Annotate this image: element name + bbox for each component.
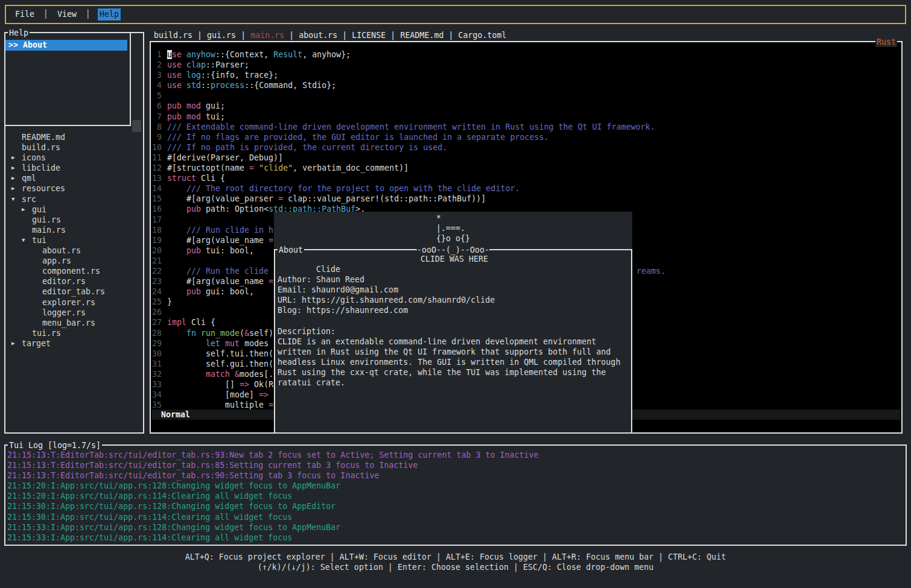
code-token: modes	[240, 339, 268, 348]
log-entry: 21:15:13:T:EditorTab:src/tui/editor_tab.…	[7, 450, 904, 460]
file-tree-label: build.rs	[22, 142, 60, 153]
code-token: pub	[186, 204, 201, 213]
text-cursor: u	[167, 50, 172, 59]
file-tree-item[interactable]: explorer.rs	[5, 297, 142, 308]
file-tree-item[interactable]: gui.rs	[5, 215, 142, 225]
chevron-right-icon[interactable]: ▶	[11, 338, 22, 349]
log-entry: 21:15:30:I:App:src/tui/app.rs:128:Changi…	[7, 501, 904, 511]
file-tree-label: tui	[32, 235, 46, 245]
chevron-right-icon[interactable]: ▶	[11, 183, 22, 194]
tab-build-rs[interactable]: build.rs	[154, 31, 192, 40]
chevron-right-icon[interactable]: ▶	[11, 153, 22, 163]
line-number: 16	[152, 204, 162, 214]
code-text: /// Run the clide reams.	[167, 266, 273, 276]
line-number: 1	[152, 49, 162, 60]
tab-license[interactable]: LICENSE	[352, 31, 386, 40]
code-line: 9/// If no flags are provided, the GUI e…	[152, 132, 900, 142]
log-entry: 21:15:20:I:App:src/tui/app.rs:114:Cleari…	[7, 491, 904, 501]
code-token: use	[167, 71, 182, 80]
file-tree-item[interactable]: menu_bar.rs	[5, 318, 142, 328]
file-tree-item[interactable]: editor_tab.rs	[5, 286, 142, 297]
file-tree-item[interactable]: ▶resources	[5, 183, 142, 194]
chevron-down-icon[interactable]: ▼	[11, 194, 22, 204]
code-token: pub	[186, 287, 201, 296]
about-text-line: Rust using the cxx-qt crate, while the T…	[278, 367, 631, 378]
line-number: 35	[152, 400, 162, 410]
chevron-down-icon[interactable]: ▼	[22, 235, 32, 245]
file-tree-item[interactable]: editor.rs	[5, 276, 142, 286]
file-tree-item[interactable]: main.rs	[5, 225, 142, 235]
file-tree-item[interactable]: about.rs	[5, 245, 142, 256]
code-text: self.gui.then(	[167, 359, 273, 369]
tab-about-rs[interactable]: about.rs	[299, 31, 337, 40]
tab-gui-rs[interactable]: gui.rs	[207, 31, 236, 40]
code-text: impl Cli {	[167, 317, 215, 327]
code-token	[182, 50, 186, 59]
file-tree-item[interactable]: app.rs	[5, 256, 142, 266]
dropdown-item-about[interactable]: >> About	[5, 40, 127, 51]
code-token: #[structopt(name	[167, 163, 249, 172]
code-token: ::{Context,	[215, 50, 273, 59]
file-tree-item[interactable]: tui.rs	[5, 328, 142, 338]
line-number: 13	[152, 173, 162, 183]
code-token: #[arg(value_name	[167, 277, 268, 286]
tui-log-panel[interactable]: Tui Log [log=1.7/s] 21:15:13:T:EditorTab…	[4, 444, 907, 546]
code-text: #[derive(Parser, Debug)]	[167, 153, 283, 163]
code-text: /// The root directory for the project t…	[167, 183, 519, 194]
tab-readme-md[interactable]: README.md	[400, 31, 443, 40]
file-tree-item[interactable]: ▶target	[5, 338, 142, 349]
code-text: [mode] =>	[167, 390, 268, 400]
code-line: 8/// Extendable command-line driven deve…	[152, 122, 900, 132]
tab-cargo-toml[interactable]: Cargo.toml	[458, 31, 506, 40]
code-text: multiple =	[167, 400, 273, 410]
menu-item-file[interactable]: File	[13, 8, 36, 20]
file-tree-label: about.rs	[42, 245, 81, 256]
chevron-right-icon[interactable]: ▶	[11, 173, 22, 183]
chevron-right-icon[interactable]: ▶	[22, 204, 32, 215]
code-line: 1use anyhow::{Context, Result, anyhow};	[152, 49, 900, 60]
code-token: std	[186, 81, 201, 90]
code-token: use	[167, 81, 182, 90]
menu-item-help[interactable]: Help	[98, 8, 121, 20]
code-text: pub mod tui;	[167, 112, 225, 122]
code-token: #[arg(value_name	[167, 236, 268, 245]
line-number: 17	[152, 215, 162, 225]
chevron-right-icon[interactable]: ▶	[11, 163, 22, 173]
tab-main-rs[interactable]: main.rs	[250, 31, 284, 40]
file-tree-item[interactable]: README.md	[5, 132, 142, 142]
file-tree-label: libclide	[22, 163, 60, 173]
code-token: =>	[259, 390, 268, 399]
code-token: /// Extendable command-line driven devel…	[167, 122, 655, 131]
file-tree-item[interactable]: ▼src	[5, 194, 142, 204]
file-tree-item[interactable]: ▶libclide	[5, 163, 142, 173]
line-number: 32	[152, 369, 162, 379]
file-tree-item[interactable]: component.rs	[5, 266, 142, 276]
about-popup: * |.===. {}o o{} About -ooO--(_)--Ooo- C…	[274, 212, 632, 434]
about-text-line: headless Linux environments. The GUI is …	[278, 357, 631, 367]
explorer-scrollbar-thumb[interactable]	[132, 120, 141, 132]
file-tree-item[interactable]: logger.rs	[5, 308, 142, 318]
code-token: /// Run the clide	[186, 267, 273, 276]
file-tree-item[interactable]: ▼tui	[5, 235, 142, 245]
line-number: 19	[152, 235, 162, 245]
file-tree-item[interactable]: ▶icons	[5, 153, 142, 163]
code-token: match	[206, 370, 230, 379]
code-token: reams.	[636, 266, 665, 276]
code-token: ::	[201, 81, 211, 90]
code-token: =	[268, 277, 273, 286]
code-token: =	[249, 163, 254, 172]
file-tree-item[interactable]: ▶qml	[5, 173, 142, 183]
line-number: 3	[152, 70, 162, 80]
code-token	[220, 339, 225, 348]
line-number: 8	[152, 122, 162, 132]
file-tree-item[interactable]: ▶gui	[5, 204, 142, 215]
log-entry: 21:15:30:I:App:src/tui/app.rs:114:Cleari…	[7, 512, 904, 522]
code-token: impl	[167, 318, 186, 327]
about-text-line: URL: https://git.shaunreed.com/shaunrd0/…	[278, 295, 631, 305]
file-tree-label: component.rs	[42, 266, 100, 276]
file-tree-item[interactable]: build.rs	[5, 142, 142, 153]
menu-item-view[interactable]: View	[56, 8, 78, 20]
editor-tab-bar: build.rs | gui.rs | main.rs | about.rs |…	[154, 30, 507, 40]
code-token	[182, 60, 186, 69]
code-line: 3use log::{info, trace};	[152, 70, 900, 80]
